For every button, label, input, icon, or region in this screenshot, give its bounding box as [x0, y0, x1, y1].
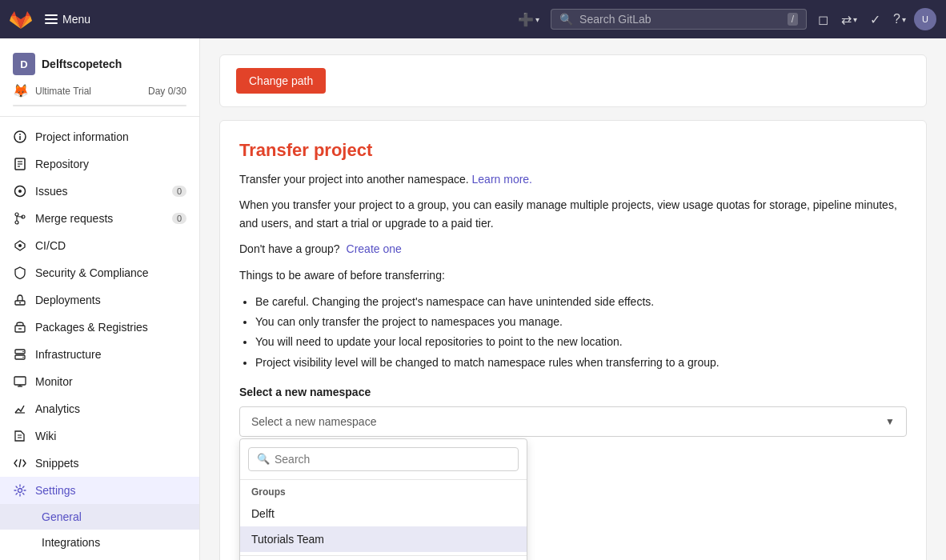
menu-button[interactable]: Menu: [38, 10, 97, 29]
svg-point-14: [19, 302, 21, 304]
org-avatar: D: [13, 53, 35, 75]
sidebar-item-project-information-label: Project information: [35, 130, 186, 143]
theme-button[interactable]: ◻: [813, 7, 833, 32]
create-button[interactable]: ➕ ▾: [513, 7, 544, 32]
svg-point-12: [18, 244, 22, 247]
sidebar-item-project-information[interactable]: Project information: [0, 123, 199, 150]
trial-progress-bar: [13, 105, 186, 106]
sidebar-header: D Delftscopetech 🦊 Ultimate Trial Day 0/…: [0, 38, 199, 117]
help-button[interactable]: ? ▾: [888, 7, 911, 31]
info-icon: [13, 130, 27, 144]
namespace-dropdown: 🔍 Groups Delft Tutorials Team Users: [239, 438, 527, 560]
dropdown-search-inner: 🔍: [248, 447, 519, 471]
transfer-bullet-2: You will need to update your local repos…: [255, 332, 907, 352]
sidebar-item-cicd[interactable]: CI/CD: [0, 232, 199, 259]
svg-rect-21: [14, 377, 26, 385]
org-row[interactable]: D Delftscopetech: [13, 48, 186, 80]
sidebar-item-merge-requests-label: Merge requests: [35, 212, 164, 225]
sidebar-item-monitor[interactable]: Monitor: [0, 368, 199, 395]
slash-shortcut: /: [788, 13, 798, 26]
sidebar-item-webhooks[interactable]: Webhooks: [0, 555, 199, 560]
learn-more-link[interactable]: Learn more.: [472, 173, 532, 186]
server-icon: [13, 347, 27, 362]
sidebar-item-security-compliance-label: Security & Compliance: [35, 266, 186, 279]
wiki-icon: [13, 429, 27, 443]
change-path-card: Change path: [219, 54, 927, 107]
sidebar-item-general-label: General: [42, 510, 186, 523]
transfer-project-card: Transfer project Transfer your project i…: [219, 120, 927, 560]
sidebar-item-snippets-label: Snippets: [35, 457, 186, 470]
todos-button[interactable]: ✓: [865, 7, 885, 32]
sidebar-item-infrastructure[interactable]: Infrastructure: [0, 341, 199, 368]
sidebar-item-deployments[interactable]: Deployments: [0, 286, 199, 314]
repository-icon: [13, 157, 27, 171]
search-icon: 🔍: [559, 13, 573, 26]
sidebar-item-settings[interactable]: Settings: [0, 477, 199, 504]
fox-icon: 🦊: [13, 83, 29, 98]
svg-rect-1: [19, 136, 21, 140]
sidebar: D Delftscopetech 🦊 Ultimate Trial Day 0/…: [0, 38, 200, 560]
dropdown-groups-label: Groups: [240, 480, 527, 501]
sidebar-item-infrastructure-label: Infrastructure: [35, 348, 186, 361]
nav-right-icons: ◻ ⇄ ▾ ✓ ? ▾ U: [813, 7, 936, 32]
search-input[interactable]: [579, 13, 781, 26]
monitor-icon: [13, 374, 27, 389]
dropdown-item-delft[interactable]: Delft: [240, 501, 527, 526]
svg-line-27: [19, 459, 21, 467]
sidebar-item-repository[interactable]: Repository: [0, 150, 199, 178]
trial-row: 🦊 Ultimate Trial Day 0/30: [13, 80, 186, 98]
org-name: Delftscopetech: [42, 58, 122, 70]
transfer-bullet-1: You can only transfer the project to nam…: [255, 312, 907, 332]
sidebar-item-deployments-label: Deployments: [35, 294, 186, 306]
svg-point-10: [15, 221, 18, 224]
sidebar-item-analytics[interactable]: Analytics: [0, 395, 199, 422]
dropdown-search-container: 🔍: [240, 439, 527, 480]
sidebar-item-snippets[interactable]: Snippets: [0, 450, 199, 477]
transfer-desc: Transfer your project into another names…: [239, 170, 907, 188]
gitlab-logo[interactable]: [10, 8, 32, 30]
sidebar-item-wiki-label: Wiki: [35, 430, 186, 442]
namespace-select[interactable]: Select a new namespace ▼: [239, 406, 907, 437]
merge-requests-nav-button[interactable]: ⇄ ▾: [836, 7, 862, 32]
sidebar-item-security-compliance[interactable]: Security & Compliance: [0, 259, 199, 286]
dropdown-item-tutorials-team[interactable]: Tutorials Team: [240, 526, 527, 552]
svg-point-9: [15, 213, 18, 216]
sidebar-item-integrations-label: Integrations: [42, 536, 186, 549]
sidebar-item-cicd-label: CI/CD: [35, 239, 186, 252]
namespace-select-placeholder: Select a new namespace: [251, 415, 376, 428]
transfer-bullet-0: Be careful. Changing the project's names…: [255, 292, 907, 312]
change-path-button[interactable]: Change path: [236, 68, 326, 94]
trial-badge: Day 0/30: [148, 86, 186, 97]
sidebar-item-merge-requests[interactable]: Merge requests 0: [0, 205, 199, 232]
svg-point-2: [19, 134, 21, 135]
transfer-bullets-list: Be careful. Changing the project's names…: [255, 292, 907, 373]
transfer-bullet-3: Project visibility level will be changed…: [255, 353, 907, 373]
svg-point-19: [22, 351, 24, 353]
create-one-link[interactable]: Create one: [347, 242, 402, 255]
global-search[interactable]: 🔍 /: [551, 9, 807, 30]
dropdown-users-label: Users: [240, 555, 527, 560]
settings-icon: [13, 483, 27, 498]
main-content: Change path Transfer project Transfer yo…: [200, 38, 946, 560]
sidebar-item-settings-label: Settings: [35, 484, 186, 497]
top-navigation: Menu ➕ ▾ 🔍 / ◻ ⇄ ▾ ✓ ? ▾ U: [0, 0, 946, 38]
transfer-no-group: Don't have a group? Create one: [239, 240, 907, 258]
hamburger-icon: [45, 14, 58, 24]
cicd-icon: [13, 238, 27, 253]
sidebar-item-analytics-label: Analytics: [35, 402, 186, 415]
transfer-title: Transfer project: [239, 140, 907, 161]
dropdown-search-input[interactable]: [275, 453, 510, 466]
search-icon: 🔍: [257, 453, 270, 465]
sidebar-item-issues[interactable]: Issues 0: [0, 178, 199, 205]
sidebar-item-general[interactable]: General: [0, 504, 199, 530]
trial-label: Ultimate Trial: [35, 86, 91, 97]
namespace-select-wrapper: Select a new namespace ▼ 🔍 Groups Delf: [239, 406, 907, 437]
sidebar-item-wiki[interactable]: Wiki: [0, 422, 199, 450]
user-avatar-button[interactable]: U: [914, 8, 936, 30]
sidebar-item-integrations[interactable]: Integrations: [0, 530, 199, 555]
sidebar-item-packages-registries[interactable]: Packages & Registries: [0, 314, 199, 341]
svg-point-20: [22, 357, 24, 358]
chart-icon: [13, 402, 27, 416]
shield-icon: [13, 266, 27, 280]
menu-label: Menu: [62, 13, 90, 26]
